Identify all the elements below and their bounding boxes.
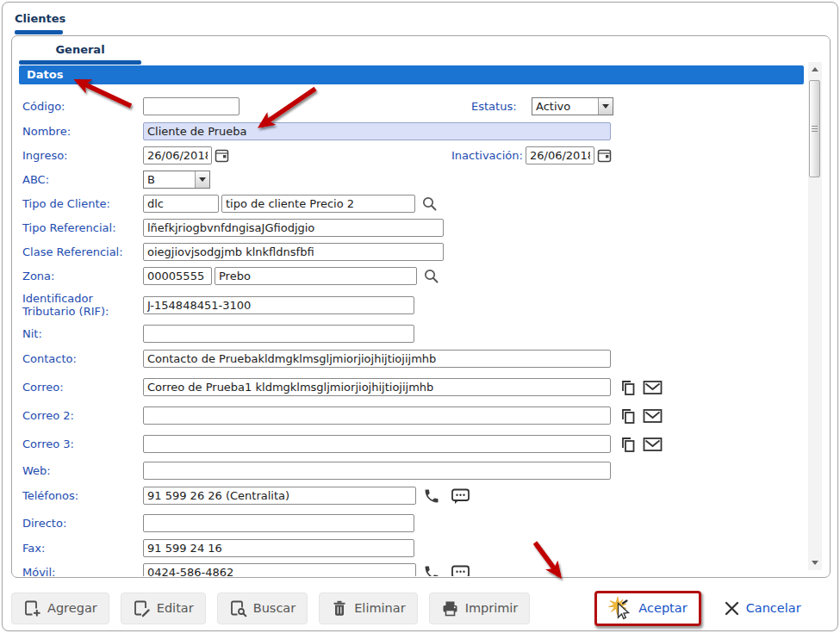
abc-value: B — [144, 171, 195, 188]
editar-label: Editar — [157, 601, 194, 615]
movil-input[interactable] — [143, 563, 416, 576]
imprimir-button[interactable]: Imprimir — [429, 593, 531, 624]
calendar-icon[interactable] — [215, 148, 229, 163]
correo3-label: Correo 3: — [22, 438, 143, 450]
editar-button[interactable]: Editar — [121, 593, 206, 624]
contacto-input[interactable] — [143, 350, 611, 368]
nit-input[interactable] — [143, 325, 414, 343]
copy-icon[interactable] — [619, 379, 636, 396]
row-tipo-referencial: Tipo Referencial: — [19, 219, 810, 237]
correo-label: Correo: — [22, 381, 143, 394]
section-header-label: Datos — [27, 68, 63, 81]
buscar-label: Buscar — [253, 601, 296, 615]
tab-clientes[interactable]: Clientes — [15, 9, 65, 34]
eliminar-label: Eliminar — [354, 601, 405, 615]
sms-icon[interactable] — [451, 487, 470, 505]
telefonos-input[interactable] — [143, 487, 416, 505]
estatus-value: Activo — [532, 98, 598, 115]
phone-icon[interactable] — [423, 487, 440, 505]
chevron-down-icon[interactable] — [195, 171, 209, 188]
directo-label: Directo: — [22, 517, 143, 530]
edit-document-icon — [133, 599, 151, 617]
toolbar: Agregar Editar Buscar Eliminar Imprimir — [9, 591, 831, 625]
tipo-referencial-input[interactable] — [143, 219, 444, 237]
buscar-button[interactable]: Buscar — [217, 593, 308, 624]
row-telefonos: Teléfonos: — [19, 487, 810, 505]
row-abc: ABC: B — [19, 171, 810, 189]
sms-icon[interactable] — [451, 564, 470, 577]
row-zona: Zona: — [19, 267, 810, 285]
directo-input[interactable] — [143, 514, 414, 532]
click-starburst-icon — [608, 596, 632, 620]
scroll-up-arrow-icon[interactable] — [808, 63, 822, 76]
vertical-scrollbar[interactable] — [808, 62, 822, 570]
agregar-button[interactable]: Agregar — [11, 593, 109, 624]
phone-icon[interactable] — [423, 564, 440, 577]
general-panel: General Datos Código: Estatus: Activo No… — [11, 35, 831, 578]
contacto-label: Contacto: — [22, 352, 143, 365]
ingreso-label: Ingreso: — [22, 149, 143, 162]
row-rif: Identificador Tributario (RIF): — [19, 292, 810, 318]
correo2-input[interactable] — [143, 406, 611, 425]
copy-icon[interactable] — [619, 436, 636, 453]
agregar-label: Agregar — [47, 601, 97, 615]
clase-referencial-input[interactable] — [143, 243, 444, 261]
zona-label: Zona: — [22, 270, 143, 282]
chevron-down-icon[interactable] — [598, 98, 613, 115]
row-codigo: Código: Estatus: Activo — [19, 97, 810, 115]
mail-icon[interactable] — [643, 380, 663, 395]
aceptar-button[interactable]: Aceptar — [594, 591, 700, 626]
form-scroll-area: Datos Código: Estatus: Activo Nombre: In… — [13, 60, 810, 576]
row-nit: Nit: — [19, 325, 810, 343]
scrollbar-thumb[interactable] — [809, 80, 820, 177]
scroll-down-arrow-icon[interactable] — [808, 556, 822, 569]
estatus-select[interactable]: Activo — [532, 97, 613, 115]
calendar-icon[interactable] — [597, 148, 612, 163]
search-icon[interactable] — [423, 268, 439, 284]
nombre-input[interactable] — [143, 122, 611, 140]
tipo-cliente-code-input[interactable] — [143, 195, 219, 213]
rif-input[interactable] — [143, 296, 414, 314]
web-label: Web: — [22, 464, 143, 477]
abc-select[interactable]: B — [143, 171, 210, 189]
estatus-label: Estatus: — [471, 100, 532, 113]
tab-active-underline — [15, 30, 63, 34]
scrollbar-grip — [812, 126, 818, 133]
correo3-input[interactable] — [143, 435, 611, 453]
rif-label: Identificador Tributario (RIF): — [22, 292, 143, 318]
search-icon[interactable] — [421, 195, 438, 212]
printer-icon — [441, 599, 459, 617]
correo-input[interactable] — [143, 378, 611, 396]
row-directo: Directo: — [19, 514, 810, 532]
ingreso-date-input[interactable] — [143, 146, 212, 164]
codigo-input[interactable] — [143, 97, 240, 115]
tab-general-label: General — [55, 43, 104, 56]
fax-input[interactable] — [143, 539, 414, 557]
section-header-datos: Datos — [19, 65, 804, 84]
copy-icon[interactable] — [619, 407, 636, 425]
cancelar-label: Cancelar — [746, 601, 801, 615]
codigo-label: Código: — [22, 100, 143, 113]
telefonos-label: Teléfonos: — [22, 489, 143, 502]
row-web: Web: — [19, 462, 810, 480]
tab-clientes-label: Clientes — [15, 12, 65, 25]
zona-code-input[interactable] — [143, 267, 212, 285]
mail-icon[interactable] — [643, 408, 663, 424]
add-document-icon — [23, 599, 41, 617]
eliminar-button[interactable]: Eliminar — [319, 593, 417, 624]
row-tipo-cliente: Tipo de Cliente: — [19, 195, 810, 213]
row-contacto: Contacto: — [19, 350, 810, 368]
zona-desc-input[interactable] — [215, 267, 417, 285]
correo2-label: Correo 2: — [22, 409, 143, 422]
row-correo3: Correo 3: — [19, 435, 810, 453]
mail-icon[interactable] — [643, 437, 663, 452]
abc-label: ABC: — [22, 173, 143, 186]
row-ingreso: Ingreso: Inactivación: — [19, 146, 810, 164]
clientes-window: Clientes General Datos Código: Estatus: … — [2, 2, 838, 631]
tipo-cliente-desc-input[interactable] — [221, 195, 415, 213]
inactivacion-date-input[interactable] — [526, 146, 594, 164]
aceptar-label: Aceptar — [638, 601, 687, 615]
web-input[interactable] — [143, 462, 611, 480]
cancelar-button[interactable]: Cancelar — [712, 593, 812, 624]
row-movil: Móvil: — [19, 563, 810, 576]
